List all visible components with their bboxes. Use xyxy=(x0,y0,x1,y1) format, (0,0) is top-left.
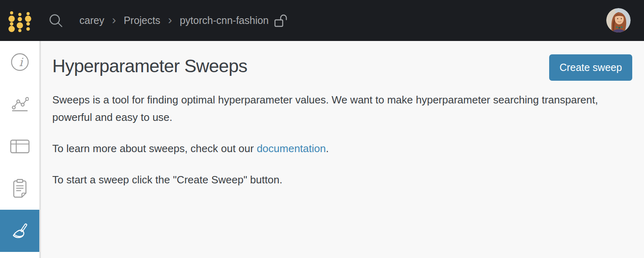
breadcrumb-separator: › xyxy=(112,14,116,28)
sidebar-item-sweeps[interactable] xyxy=(0,210,39,252)
documentation-text-after: . xyxy=(326,142,329,155)
wandb-logo-icon[interactable] xyxy=(8,9,32,33)
start-sweep-paragraph: To start a sweep click the "Create Sweep… xyxy=(52,171,618,189)
project-sidebar: i xyxy=(0,41,41,258)
sidebar-item-overview[interactable]: i xyxy=(0,41,39,83)
unlock-icon[interactable] xyxy=(274,14,287,28)
table-icon xyxy=(10,140,30,153)
breadcrumb-user[interactable]: carey xyxy=(79,15,104,26)
page-title: Hyperparameter Sweeps xyxy=(52,56,632,77)
documentation-paragraph: To learn more about sweeps, check out ou… xyxy=(52,140,618,157)
top-navbar: carey › Projects › pytorch-cnn-fashion xyxy=(0,0,644,41)
sidebar-item-charts[interactable] xyxy=(0,83,39,125)
sidebar-item-table[interactable] xyxy=(0,125,39,168)
breadcrumb-separator: › xyxy=(168,14,172,28)
user-avatar[interactable] xyxy=(606,8,631,32)
breadcrumb-projects[interactable]: Projects xyxy=(124,15,160,26)
breadcrumb: carey › Projects › pytorch-cnn-fashion xyxy=(79,14,269,28)
sweeps-panel: Hyperparameter Sweeps Create sweep Sweep… xyxy=(41,41,644,258)
line-chart-icon xyxy=(11,97,29,112)
sidebar-item-reports[interactable] xyxy=(0,168,39,210)
broom-icon xyxy=(10,221,30,241)
search-icon[interactable] xyxy=(49,13,63,28)
info-icon: i xyxy=(11,53,29,71)
clipboard-icon xyxy=(13,179,27,198)
svg-text:i: i xyxy=(19,56,24,69)
documentation-text-before: To learn more about sweeps, check out ou… xyxy=(52,142,257,155)
create-sweep-button[interactable]: Create sweep xyxy=(549,54,632,81)
breadcrumb-project-name[interactable]: pytorch-cnn-fashion xyxy=(180,15,269,26)
sweeps-description-paragraph: Sweeps is a tool for finding optimal hyp… xyxy=(52,91,618,126)
documentation-link[interactable]: documentation xyxy=(257,142,326,155)
